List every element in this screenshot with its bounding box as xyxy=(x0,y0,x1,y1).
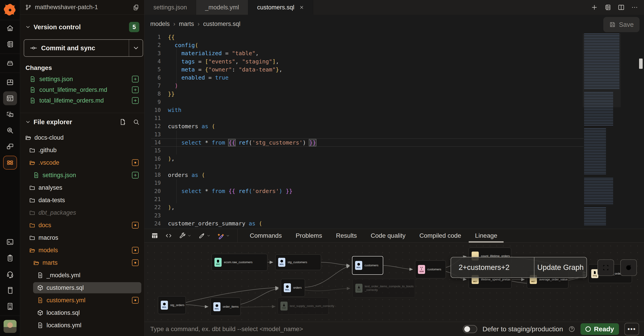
new-tab-icon[interactable] xyxy=(591,4,598,11)
sidebar-selection-window-icon[interactable] xyxy=(3,107,17,121)
file-tree-item[interactable]: customers.sql xyxy=(20,282,144,294)
dbt-logo[interactable] xyxy=(0,0,20,20)
code-line[interactable]: 12customers as ( xyxy=(151,122,584,130)
breadcrumb-file[interactable]: customers.sql xyxy=(203,20,240,27)
sidebar-clipboard-icon[interactable] xyxy=(3,251,17,265)
editor-tab-settings.json[interactable]: settings.json xyxy=(144,0,196,15)
save-button[interactable]: Save xyxy=(603,17,640,32)
panel-tab-commands[interactable]: Commands xyxy=(250,229,282,243)
file-tree-item[interactable]: data-tests xyxy=(20,194,144,206)
lineage-node-test_supply_costs_sum_correctly[interactable]: TSTtest_supply_costs_sum_correctly xyxy=(278,298,328,315)
sidebar-code-editor-icon[interactable] xyxy=(3,91,17,105)
sidebar-terminal-icon[interactable] xyxy=(3,235,17,249)
panel-format-pen-icon[interactable] xyxy=(198,232,211,239)
code-line[interactable]: 1{{ xyxy=(151,33,584,41)
split-editor-icon[interactable] xyxy=(618,4,625,11)
code-line[interactable]: 7 ) xyxy=(151,82,584,90)
code-line[interactable]: 24customer_orders_summary as ( xyxy=(151,220,584,228)
code-line[interactable]: 9 xyxy=(151,98,584,106)
lineage-node-order_items[interactable]: MDLorder_items xyxy=(210,298,240,316)
lineage-node-stg_orders[interactable]: MDLstg_orders xyxy=(158,296,186,314)
sidebar-insights-search-icon[interactable] xyxy=(3,124,17,137)
lineage-node-customers[interactable]: SEMcustomers xyxy=(415,261,446,278)
code-line[interactable]: 19 xyxy=(151,179,584,187)
file-tree-item[interactable]: models xyxy=(20,244,144,257)
changed-file-row[interactable]: count_lifetime_orders.md+ xyxy=(20,84,144,95)
stage-file-button[interactable]: + xyxy=(132,97,139,104)
code-line[interactable]: 6 enabled = true xyxy=(151,73,584,81)
command-input[interactable]: Type a command, ex. dbt build --select <… xyxy=(150,326,463,333)
close-icon[interactable] xyxy=(299,5,304,10)
copy-icon[interactable] xyxy=(132,4,139,11)
lineage-node-test_order_items_compute_to_bools_correctly[interactable]: TSTtest_order_items_compute_to_bools_cor… xyxy=(352,279,415,298)
panel-ai-sparkle-pen-icon[interactable] xyxy=(217,232,230,239)
commit-options-caret[interactable] xyxy=(129,40,143,56)
panel-tab-code-quality[interactable]: Code quality xyxy=(371,229,406,243)
panel-wrench-icon[interactable] xyxy=(179,232,192,239)
code-line[interactable]: 4 tags = ["events", "staging"], xyxy=(151,57,584,65)
panel-tab-results[interactable]: Results xyxy=(336,229,357,243)
file-tree-item[interactable]: settings.json+ xyxy=(20,169,144,181)
code-line[interactable]: 20 select * from {{ ref('orders') }} xyxy=(151,187,584,195)
sidebar-windows-copy-icon[interactable] xyxy=(3,140,17,153)
stage-file-button[interactable]: + xyxy=(132,76,139,82)
help-icon[interactable] xyxy=(568,326,575,333)
code-line[interactable]: 14 select * from {{ ref('stg_customers')… xyxy=(151,138,584,147)
status-ready[interactable]: Ready xyxy=(580,323,619,335)
more-icon[interactable] xyxy=(631,4,638,11)
code-line[interactable]: 18orders as ( xyxy=(151,171,584,179)
user-avatar[interactable] xyxy=(4,320,16,333)
file-tree-item[interactable]: docs xyxy=(20,219,144,231)
panel-tab-compiled-code[interactable]: Compiled code xyxy=(419,229,461,243)
code-line[interactable]: 16), xyxy=(151,155,584,163)
outline-icon[interactable] xyxy=(604,4,611,11)
refresh-graph-button[interactable] xyxy=(620,259,637,276)
sidebar-atom-ai-icon[interactable] xyxy=(3,156,17,170)
file-tree-item[interactable]: locations.yml xyxy=(20,319,144,332)
code-line[interactable]: 11 xyxy=(151,114,584,122)
sidebar-book-icon[interactable] xyxy=(3,283,17,297)
code-line[interactable]: 17 xyxy=(151,163,584,171)
code-line[interactable]: 5 meta = {"owner": "data-team"}, xyxy=(151,65,584,73)
code-line[interactable]: 22), xyxy=(151,203,584,211)
file-tree-item[interactable]: .github xyxy=(20,144,144,156)
lineage-canvas[interactable]: SRCecom.raw_customersMDLstg_customersMDL… xyxy=(144,243,644,322)
lineage-node-stg_customers[interactable]: MDLstg_customers xyxy=(275,255,321,270)
lineage-node-ecom.raw_customers[interactable]: SRCecom.raw_customers xyxy=(212,254,268,271)
editor-tab-customers.sql[interactable]: customers.sql xyxy=(248,0,314,15)
file-tree-item[interactable]: docs-cloud xyxy=(20,131,144,144)
stage-file-button[interactable]: + xyxy=(132,172,139,179)
sidebar-building-icon[interactable] xyxy=(3,299,17,313)
code-line[interactable]: 3 materialized = "table", xyxy=(151,49,584,57)
sidebar-headset-icon[interactable] xyxy=(3,267,17,281)
file-tree-item[interactable]: marts xyxy=(20,257,144,269)
sidebar-inbox-tray-icon[interactable] xyxy=(3,56,17,70)
search-icon[interactable] xyxy=(133,119,140,125)
file-tree-item[interactable]: analyses xyxy=(20,181,144,194)
code-line[interactable]: 13 xyxy=(151,130,584,138)
breadcrumb-models[interactable]: models xyxy=(150,20,170,27)
more-options-button[interactable]: ••• xyxy=(624,323,639,335)
panel-preview-table-icon[interactable] xyxy=(151,232,158,239)
defer-toggle[interactable] xyxy=(463,325,477,333)
breadcrumb-marts[interactable]: marts xyxy=(179,20,194,27)
file-tree-item[interactable]: customers.yml xyxy=(20,294,144,307)
version-control-header[interactable]: Version control 5 xyxy=(20,22,144,32)
fullscreen-button[interactable] xyxy=(598,259,614,276)
new-file-icon[interactable] xyxy=(120,119,126,125)
lineage-node-customers[interactable]: MDLcustomers xyxy=(352,256,383,275)
file-tree-item[interactable]: macros xyxy=(20,231,144,244)
commit-and-sync-button[interactable]: Commit and sync xyxy=(24,39,143,57)
code-line[interactable]: 2 config( xyxy=(151,41,584,49)
changed-file-row[interactable]: total_lifetime_orders.md+ xyxy=(20,95,144,106)
panel-tab-lineage[interactable]: Lineage xyxy=(475,229,497,243)
sidebar-home-icon[interactable] xyxy=(3,21,17,35)
code-line[interactable]: 15 xyxy=(151,147,584,155)
file-tree-item[interactable]: locations.sql xyxy=(20,307,144,319)
changed-file-row[interactable]: settings.json+ xyxy=(20,74,144,84)
code-line[interactable]: 21 xyxy=(151,195,584,203)
editor-tab-_models.yml[interactable]: _models.yml xyxy=(196,0,248,15)
stage-file-button[interactable]: + xyxy=(132,86,139,93)
update-graph-button[interactable]: Update Graph xyxy=(534,257,586,278)
sidebar-grid-layout-icon[interactable] xyxy=(3,75,17,89)
